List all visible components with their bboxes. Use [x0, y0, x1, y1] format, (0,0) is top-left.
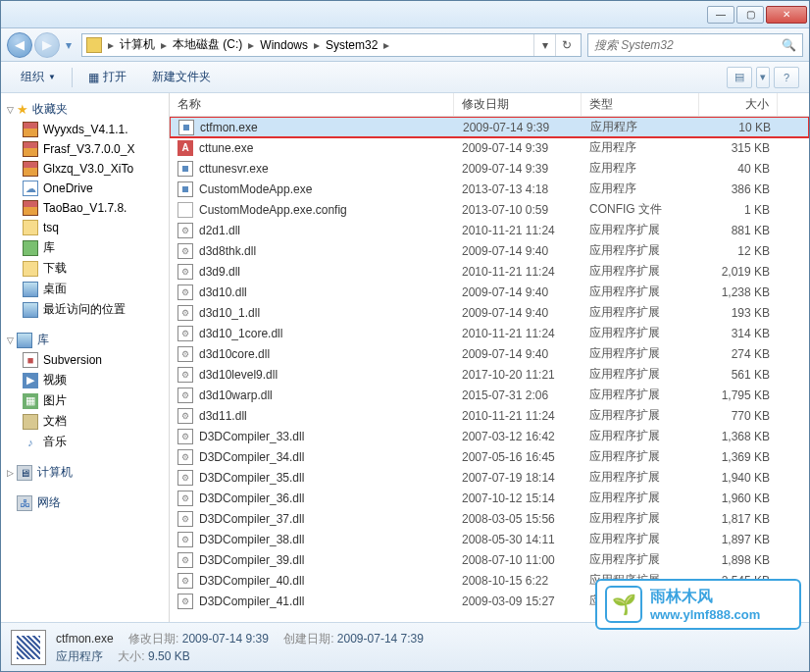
file-row[interactable]: D3DCompiler_33.dll2007-03-12 16:42应用程序扩展… — [170, 426, 809, 446]
svn-icon: ■ — [23, 352, 38, 368]
computer-icon: 🖥 — [17, 465, 32, 481]
breadcrumb-segment[interactable]: 本地磁盘 (C:) — [169, 36, 246, 53]
column-header-type[interactable]: 类型 — [582, 93, 699, 116]
maximize-button[interactable]: ▢ — [736, 6, 764, 24]
exe-file-icon — [178, 120, 194, 135]
sidebar-library-item[interactable]: ■Subversion — [1, 350, 169, 370]
nav-history-dropdown[interactable]: ▾ — [62, 32, 76, 58]
collapse-icon: ▽ — [7, 105, 17, 115]
new-folder-button[interactable]: 新建文件夹 — [142, 65, 221, 89]
breadcrumb-arrow-icon[interactable]: ▸ — [159, 38, 169, 52]
file-row[interactable]: D3DCompiler_36.dll2007-10-12 15:14应用程序扩展… — [170, 488, 809, 508]
sidebar-favorite-item[interactable]: 库 — [1, 237, 169, 258]
file-row[interactable]: d3d8thk.dll2009-07-14 9:40应用程序扩展12 KB — [170, 240, 809, 261]
minimize-button[interactable]: — — [707, 6, 734, 24]
dll-file-icon — [177, 491, 193, 506]
sidebar-favorite-item[interactable]: 最近访问的位置 — [1, 299, 169, 320]
sidebar-favorite-item[interactable]: Frasf_V3.7.0.0_X — [1, 139, 169, 159]
breadcrumb-segment[interactable]: 计算机 — [116, 36, 159, 53]
file-row[interactable]: d2d1.dll2010-11-21 11:24应用程序扩展881 KB — [170, 220, 809, 240]
file-date: 2008-03-05 15:56 — [454, 512, 582, 526]
view-dropdown[interactable]: ▾ — [756, 67, 770, 88]
file-rows[interactable]: ctfmon.exe2009-07-14 9:39应用程序10 KBActtun… — [170, 117, 809, 622]
rar-icon — [23, 161, 38, 177]
address-bar[interactable]: ▸ 计算机 ▸ 本地磁盘 (C:) ▸ Windows ▸ System32 ▸… — [81, 33, 582, 57]
file-row[interactable]: d3d10_1.dll2009-07-14 9:40应用程序扩展193 KB — [170, 302, 809, 323]
file-row[interactable]: d3d10warp.dll2015-07-31 2:06应用程序扩展1,795 … — [170, 385, 809, 405]
sidebar-library-item[interactable]: ▦图片 — [1, 390, 169, 411]
vid-icon: ▶ — [23, 373, 38, 388]
file-row[interactable]: D3DCompiler_39.dll2008-07-10 11:00应用程序扩展… — [170, 549, 809, 570]
nav-forward-button[interactable]: ▶ — [34, 32, 60, 58]
path-dropdown-button[interactable]: ▾ — [533, 34, 555, 56]
sidebar-libraries-header[interactable]: ▽ 库 — [1, 330, 169, 350]
sidebar-favorite-item[interactable]: Wyyxds_V4.1.1. — [1, 120, 169, 139]
file-row[interactable]: D3DCompiler_38.dll2008-05-30 14:11应用程序扩展… — [170, 529, 809, 549]
sidebar-favorites-header[interactable]: ▽ ★ 收藏夹 — [1, 99, 169, 120]
sidebar-item-label: 文档 — [43, 413, 67, 430]
breadcrumb-arrow-icon[interactable]: ▸ — [246, 38, 256, 52]
column-header-name[interactable]: 名称 — [170, 93, 454, 116]
breadcrumb-segment[interactable]: Windows — [256, 38, 312, 52]
column-header-size[interactable]: 大小 — [699, 93, 778, 116]
sidebar-favorite-item[interactable]: 下载 — [1, 258, 169, 279]
file-row[interactable]: cttunesvr.exe2009-07-14 9:39应用程序40 KB — [170, 158, 809, 179]
file-row[interactable]: Acttune.exe2009-07-14 9:39应用程序315 KB — [170, 137, 809, 158]
file-row[interactable]: D3DCompiler_35.dll2007-07-19 18:14应用程序扩展… — [170, 467, 809, 488]
file-row[interactable]: d3d10.dll2009-07-14 9:40应用程序扩展1,238 KB — [170, 282, 809, 302]
file-date: 2009-07-14 9:40 — [454, 244, 582, 258]
file-row[interactable]: d3d10core.dll2009-07-14 9:40应用程序扩展274 KB — [170, 343, 809, 364]
dll-file-icon — [177, 243, 193, 259]
sidebar-library-item[interactable]: ▶视频 — [1, 370, 169, 390]
file-name: D3DCompiler_37.dll — [199, 512, 304, 526]
file-row[interactable]: d3d9.dll2010-11-21 11:24应用程序扩展2,019 KB — [170, 261, 809, 282]
close-button[interactable]: ✕ — [766, 6, 807, 24]
file-name: D3DCompiler_33.dll — [199, 430, 304, 443]
sidebar-library-item[interactable]: 文档 — [1, 411, 169, 432]
file-type: 应用程序扩展 — [582, 242, 699, 259]
file-type: 应用程序扩展 — [582, 551, 699, 568]
sidebar-computer-header[interactable]: ▷ 🖥 计算机 — [1, 462, 169, 483]
file-date: 2007-03-12 16:42 — [454, 430, 582, 443]
column-header-date[interactable]: 修改日期 — [454, 93, 582, 116]
file-size: 2,019 KB — [699, 265, 778, 279]
sidebar-network-header[interactable]: ▷ 🖧 网络 — [1, 492, 169, 513]
file-date: 2015-07-31 2:06 — [454, 388, 582, 402]
file-row[interactable]: d3d11.dll2010-11-21 11:24应用程序扩展770 KB — [170, 405, 809, 426]
sidebar-favorite-item[interactable]: Glxzq_V3.0_XiTo — [1, 159, 169, 179]
sidebar-item-label: Glxzq_V3.0_XiTo — [43, 162, 133, 176]
file-row[interactable]: D3DCompiler_34.dll2007-05-16 16:45应用程序扩展… — [170, 446, 809, 467]
file-date: 2013-07-13 4:18 — [454, 182, 582, 196]
organize-button[interactable]: 组织▼ — [11, 65, 66, 89]
file-date: 2010-11-21 11:24 — [454, 327, 582, 340]
nav-back-button[interactable]: ◀ — [7, 32, 32, 58]
view-button[interactable]: ▤ — [727, 67, 752, 88]
open-button[interactable]: ▦ 打开 — [78, 65, 136, 89]
file-row[interactable]: CustomModeApp.exe.config2013-07-10 0:59C… — [170, 199, 809, 220]
file-row[interactable]: ctfmon.exe2009-07-14 9:39应用程序10 KB — [170, 117, 809, 137]
file-row[interactable]: CustomModeApp.exe2013-07-13 4:18应用程序386 … — [170, 179, 809, 199]
search-icon[interactable]: 🔍 — [782, 38, 796, 52]
sidebar-favorite-item[interactable]: TaoBao_V1.7.8. — [1, 198, 169, 218]
help-button[interactable]: ? — [774, 67, 799, 88]
file-type: 应用程序扩展 — [582, 531, 699, 547]
sidebar-favorite-item[interactable]: 桌面 — [1, 279, 169, 299]
breadcrumb-segment[interactable]: System32 — [322, 38, 381, 52]
refresh-button[interactable]: ↻ — [555, 34, 577, 56]
file-row[interactable]: D3DCompiler_37.dll2008-03-05 15:56应用程序扩展… — [170, 508, 809, 529]
fold-icon — [23, 261, 38, 277]
breadcrumb-arrow-icon[interactable]: ▸ — [106, 38, 116, 52]
file-size: 1,898 KB — [699, 553, 778, 567]
sidebar-favorite-item[interactable]: ☁OneDrive — [1, 179, 169, 198]
search-box[interactable]: 🔍 — [587, 33, 803, 57]
sidebar-favorite-item[interactable]: tsq — [1, 218, 169, 237]
file-row[interactable]: d3d10_1core.dll2010-11-21 11:24应用程序扩展314… — [170, 323, 809, 343]
status-file-icon — [11, 630, 46, 665]
search-input[interactable] — [594, 38, 778, 52]
file-row[interactable]: d3d10level9.dll2017-10-20 11:21应用程序扩展561… — [170, 364, 809, 385]
green-icon — [23, 240, 38, 256]
collapse-icon: ▽ — [7, 336, 17, 345]
breadcrumb-arrow-icon[interactable]: ▸ — [312, 38, 322, 52]
breadcrumb-arrow-icon[interactable]: ▸ — [381, 38, 391, 52]
sidebar-library-item[interactable]: ♪音乐 — [1, 432, 169, 452]
